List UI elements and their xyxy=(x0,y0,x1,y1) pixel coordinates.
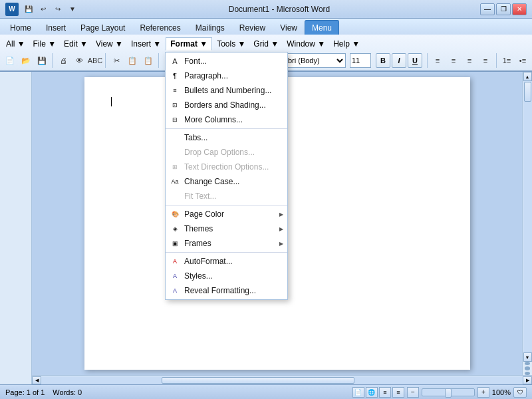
justify-btn[interactable]: ≡ xyxy=(478,53,493,68)
tab-page-layout[interactable]: Page Layout xyxy=(73,20,132,35)
align-center-btn[interactable]: ≡ xyxy=(446,53,461,68)
scroll-up-btn[interactable]: ▲ xyxy=(523,72,532,81)
quick-access-toolbar: 💾 ↩ ↪ ▼ xyxy=(23,3,78,15)
menu-item-bullets[interactable]: ≡ Bullets and Numbering... xyxy=(166,83,287,98)
bold-btn[interactable]: B xyxy=(376,53,390,68)
menu-item-reveal-formatting[interactable]: A Reveal Formatting... xyxy=(166,283,287,298)
scroll-right-btn[interactable]: ▶ xyxy=(523,376,532,384)
paragraph-menu-icon: ¶ xyxy=(170,70,180,81)
open-btn[interactable]: 📂 xyxy=(19,53,33,68)
menu-grid[interactable]: Grid ▼ xyxy=(250,39,282,49)
page-color-menu-icon: 🎨 xyxy=(170,209,180,219)
menu-toolbar-row: All ▼ File ▼ Edit ▼ View ▼ Insert ▼ Form… xyxy=(3,36,529,52)
save-quick-btn[interactable]: 💾 xyxy=(23,3,35,15)
scroll-thumb[interactable] xyxy=(524,82,531,102)
paste-btn[interactable]: 📋 xyxy=(141,53,156,68)
window-controls: — ❐ ✕ xyxy=(480,3,527,15)
restore-button[interactable]: ❐ xyxy=(496,3,511,15)
preview-btn[interactable]: 👁 xyxy=(72,53,86,68)
zoom-level: 100% xyxy=(492,388,511,396)
styles-menu-icon: A xyxy=(170,271,180,281)
tab-references[interactable]: References xyxy=(132,20,188,35)
save-btn[interactable]: 💾 xyxy=(35,53,49,68)
scroll-left-btn[interactable]: ◀ xyxy=(32,376,41,384)
scroll-dot-2 xyxy=(525,366,530,370)
qa-dropdown-btn[interactable]: ▼ xyxy=(66,3,78,15)
italic-btn[interactable]: I xyxy=(392,53,406,68)
print-view-btn[interactable]: 📄 xyxy=(352,387,364,398)
underline-btn[interactable]: U xyxy=(408,53,422,68)
tab-review[interactable]: Review xyxy=(232,20,273,35)
scroll-track xyxy=(523,81,532,352)
new-doc-btn[interactable]: 📄 xyxy=(3,53,17,68)
bullets-btn[interactable]: •≡ xyxy=(515,53,530,68)
zoom-in-btn[interactable]: + xyxy=(477,387,489,398)
tab-menu[interactable]: Menu xyxy=(305,20,339,35)
ribbon-tab-bar: Home Insert Page Layout References Maili… xyxy=(0,19,532,35)
vertical-scrollbar[interactable]: ▲ ▼ xyxy=(522,72,532,375)
zoom-slider-track[interactable] xyxy=(422,388,475,396)
tab-home[interactable]: Home xyxy=(3,20,39,35)
menu-item-drop-cap[interactable]: Drop Cap Options... xyxy=(166,145,287,160)
columns-menu-icon: ⊟ xyxy=(170,114,180,125)
menu-item-frames[interactable]: ▣ Frames xyxy=(166,236,287,251)
menu-item-columns[interactable]: ⊟ More Columns... xyxy=(166,112,287,127)
format-dropdown-menu: A Font... ¶ Paragraph... ≡ Bullets and N… xyxy=(165,52,288,300)
menu-tools[interactable]: Tools ▼ xyxy=(213,39,249,49)
h-scroll-thumb[interactable] xyxy=(162,377,354,384)
menu-window[interactable]: Window ▼ xyxy=(283,39,329,49)
menu-item-styles[interactable]: A Styles... xyxy=(166,269,287,283)
redo-quick-btn[interactable]: ↪ xyxy=(52,3,64,15)
app-icon: W xyxy=(5,3,19,16)
status-bar: Page: 1 of 1 Words: 0 📄 🌐 ≡ ≡ − + 100% 🛡 xyxy=(0,384,532,399)
menu-insert[interactable]: Insert ▼ xyxy=(128,39,164,49)
menu-view[interactable]: View ▼ xyxy=(92,39,126,49)
numbering-btn[interactable]: 1≡ xyxy=(499,53,514,68)
menu-item-font[interactable]: A Font... xyxy=(166,54,287,68)
menu-item-change-case[interactable]: Aa Change Case... xyxy=(166,174,287,189)
tab-view[interactable]: View xyxy=(273,20,305,35)
font-menu-icon: A xyxy=(170,56,180,66)
text-cursor xyxy=(111,97,112,106)
menu-all[interactable]: All ▼ xyxy=(3,39,29,49)
copy-btn[interactable]: 📋 xyxy=(125,53,140,68)
menu-item-tabs[interactable]: Tabs... xyxy=(166,130,287,145)
undo-quick-btn[interactable]: ↩ xyxy=(37,3,49,15)
menu-item-page-color[interactable]: 🎨 Page Color xyxy=(166,207,287,221)
scroll-down-btn[interactable]: ▼ xyxy=(523,352,532,362)
menu-item-themes[interactable]: ◈ Themes xyxy=(166,221,287,236)
spell-btn[interactable]: ABC xyxy=(88,53,102,68)
minimize-button[interactable]: — xyxy=(480,3,495,15)
menu-file[interactable]: File ▼ xyxy=(30,39,60,49)
horizontal-scrollbar[interactable]: ◀ ▶ xyxy=(32,375,532,384)
align-right-btn[interactable]: ≡ xyxy=(462,53,477,68)
tabs-menu-icon xyxy=(170,132,180,143)
draft-view-btn[interactable]: ≡ xyxy=(392,387,404,398)
web-view-btn[interactable]: 🌐 xyxy=(366,387,378,398)
close-button[interactable]: ✕ xyxy=(512,3,527,15)
menu-help[interactable]: Help ▼ xyxy=(330,39,363,49)
zoom-out-btn[interactable]: − xyxy=(407,387,419,398)
menu-format[interactable]: Format ▼ xyxy=(166,37,212,51)
menu-edit[interactable]: Edit ▼ xyxy=(61,39,91,49)
cut-btn[interactable]: ✂ xyxy=(109,53,124,68)
align-left-btn[interactable]: ≡ xyxy=(430,53,445,68)
menu-separator-2 xyxy=(166,205,287,205)
outline-view-btn[interactable]: ≡ xyxy=(379,387,391,398)
zoom-slider-thumb[interactable] xyxy=(445,388,452,398)
tab-insert[interactable]: Insert xyxy=(39,20,73,35)
h-scroll-track xyxy=(41,376,523,384)
menu-item-fit-text[interactable]: Fit Text... xyxy=(166,189,287,203)
change-case-menu-icon: Aa xyxy=(170,176,180,187)
menu-item-borders[interactable]: ⊡ Borders and Shading... xyxy=(166,98,287,112)
autoformat-menu-icon: A xyxy=(170,256,180,267)
tab-mailings[interactable]: Mailings xyxy=(188,20,232,35)
scroll-extras xyxy=(525,362,530,375)
reveal-formatting-menu-icon: A xyxy=(170,285,180,296)
menu-item-text-direction[interactable]: ⊞ Text Direction Options... xyxy=(166,160,287,174)
menu-item-paragraph[interactable]: ¶ Paragraph... xyxy=(166,68,287,83)
menu-item-autoformat[interactable]: A AutoFormat... xyxy=(166,254,287,269)
font-size-input[interactable] xyxy=(350,53,371,68)
security-icon: 🛡 xyxy=(513,387,527,398)
print-btn[interactable]: 🖨 xyxy=(56,53,70,68)
